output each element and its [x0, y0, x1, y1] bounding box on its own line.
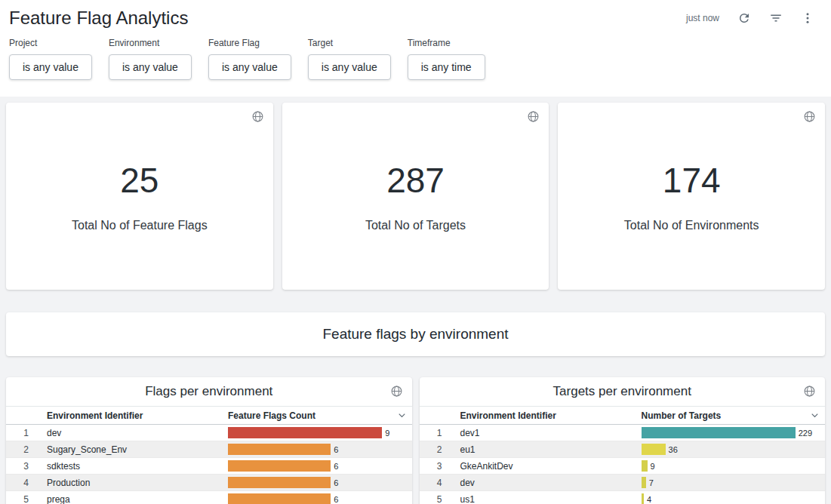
- globe-icon[interactable]: [803, 385, 816, 398]
- chevron-down-icon[interactable]: [809, 410, 820, 421]
- refresh-button[interactable]: [737, 11, 751, 25]
- row-number: 3: [6, 458, 39, 475]
- value-label: 9: [651, 462, 655, 471]
- kpi-tile-total-environments: 174 Total No of Environments: [558, 103, 825, 290]
- count-cell[interactable]: 36: [640, 441, 826, 458]
- filter-label: Target: [308, 38, 391, 48]
- filter-list-icon: [769, 11, 783, 25]
- kpi-tile-total-targets: 287 Total No of Targets: [282, 103, 549, 290]
- filter-label: Feature Flag: [208, 38, 291, 48]
- filter-target: Target is any value: [308, 38, 391, 80]
- chevron-down-icon[interactable]: [396, 410, 408, 421]
- count-cell[interactable]: 9: [226, 425, 412, 441]
- row-number: 3: [420, 458, 453, 475]
- environment-cell[interactable]: us1: [453, 491, 640, 504]
- filter-environment-value-button[interactable]: is any value: [109, 54, 192, 80]
- filter-label: Project: [9, 38, 92, 48]
- row-number: 2: [6, 441, 39, 458]
- value-bar: [228, 477, 331, 488]
- table-row: 1 dev 9: [6, 425, 412, 441]
- globe-icon[interactable]: [390, 385, 403, 398]
- table-row: 1 dev1 229: [420, 425, 826, 441]
- filter-target-value-button[interactable]: is any value: [308, 54, 391, 80]
- count-cell[interactable]: 7: [640, 475, 826, 491]
- row-number-column-header: [6, 407, 39, 425]
- column-header-feature-flags-count[interactable]: Feature Flags Count: [226, 407, 412, 425]
- row-number: 4: [420, 475, 453, 491]
- row-number: 5: [420, 491, 453, 504]
- value-bar: [642, 444, 666, 455]
- row-number: 5: [6, 491, 39, 504]
- globe-icon[interactable]: [803, 110, 816, 123]
- table-row: 4 dev 7: [420, 475, 826, 491]
- table-row: 4 Production 6: [6, 475, 412, 491]
- row-number: 2: [420, 441, 453, 458]
- value-bar: [228, 493, 331, 504]
- value-bar: [642, 460, 648, 472]
- table-row: 5 prega 6: [6, 491, 412, 504]
- kpi-label: Total No of Environments: [624, 219, 759, 232]
- filter-button[interactable]: [769, 11, 783, 25]
- column-header-number-of-targets[interactable]: Number of Targets: [640, 407, 826, 425]
- globe-icon[interactable]: [527, 110, 540, 123]
- value-label: 6: [334, 478, 338, 487]
- value-bar: [642, 493, 645, 504]
- environment-cell[interactable]: sdktests: [39, 458, 226, 475]
- kebab-menu-icon: [801, 11, 814, 25]
- column-header-environment-identifier[interactable]: Environment Identifier: [39, 407, 226, 425]
- kpi-value: 174: [663, 160, 721, 201]
- filter-project: Project is any value: [9, 38, 92, 80]
- globe-icon[interactable]: [251, 110, 264, 123]
- kpi-tile-total-feature-flags: 25 Total No of Feature Flags: [6, 103, 273, 290]
- value-bar: [642, 477, 646, 488]
- filter-environment: Environment is any value: [109, 38, 192, 80]
- environment-cell[interactable]: GkeAnkitDev: [453, 458, 640, 475]
- header-actions: just now: [686, 11, 814, 25]
- table-row: 2 eu1 36: [420, 441, 826, 458]
- count-cell[interactable]: 6: [226, 491, 412, 504]
- filter-feature-flag: Feature Flag is any value: [208, 38, 291, 80]
- kpi-row: 25 Total No of Feature Flags 287 Total N…: [6, 103, 825, 290]
- value-label: 4: [647, 495, 651, 504]
- environment-cell[interactable]: dev: [453, 475, 640, 491]
- row-number: 1: [6, 425, 39, 441]
- environment-cell[interactable]: Production: [39, 475, 226, 491]
- column-header-environment-identifier[interactable]: Environment Identifier: [453, 407, 640, 425]
- count-cell[interactable]: 6: [226, 441, 412, 458]
- environment-cell[interactable]: prega: [39, 491, 226, 504]
- environment-cell[interactable]: Sugary_Scone_Env: [39, 441, 226, 458]
- value-bar: [228, 427, 382, 438]
- filter-timeframe-value-button[interactable]: is any time: [408, 54, 485, 80]
- column-header-label: Feature Flags Count: [228, 410, 315, 421]
- count-cell[interactable]: 6: [226, 475, 412, 491]
- filter-feature-flag-value-button[interactable]: is any value: [208, 54, 291, 80]
- tables-row: Flags per environment Environment Identi…: [6, 377, 825, 504]
- kpi-label: Total No of Targets: [365, 219, 466, 232]
- tile-title: Flags per environment: [145, 384, 272, 399]
- refresh-icon: [737, 11, 751, 25]
- environment-cell[interactable]: dev1: [453, 425, 640, 441]
- table-row: 3 sdktests 6: [6, 458, 412, 475]
- row-number: 1: [420, 425, 453, 441]
- value-label: 6: [334, 495, 338, 504]
- count-cell[interactable]: 229: [640, 425, 826, 441]
- table-row: 5 us1 4: [420, 491, 826, 504]
- value-label: 36: [669, 445, 678, 454]
- environment-cell[interactable]: dev: [39, 425, 226, 441]
- filter-project-value-button[interactable]: is any value: [9, 54, 92, 80]
- dashboard-header: Feature Flag Analytics just now: [0, 0, 831, 32]
- section-title-tile: Feature flags by environment: [6, 312, 825, 356]
- kpi-value: 287: [386, 160, 445, 201]
- count-cell[interactable]: 4: [640, 491, 826, 504]
- table-row: 3 GkeAnkitDev 9: [420, 458, 826, 475]
- count-cell[interactable]: 6: [226, 458, 412, 475]
- table-row: 2 Sugary_Scone_Env 6: [6, 441, 412, 458]
- flags-per-environment-table: Environment Identifier Feature Flags Cou…: [6, 406, 412, 504]
- value-bar: [642, 427, 796, 438]
- targets-per-environment-table: Environment Identifier Number of Targets…: [420, 406, 826, 504]
- value-label: 6: [334, 462, 338, 471]
- count-cell[interactable]: 9: [640, 458, 826, 475]
- environment-cell[interactable]: eu1: [453, 441, 640, 458]
- value-label: 6: [334, 445, 338, 454]
- kebab-menu-button[interactable]: [801, 11, 814, 25]
